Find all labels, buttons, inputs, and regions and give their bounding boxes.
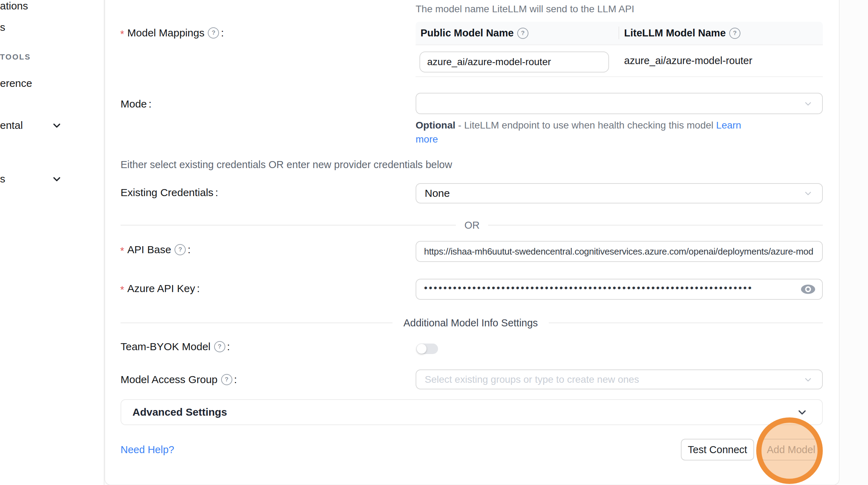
existing-credentials-label: Existing Credentials : [121,187,218,199]
chevron-down-icon [803,99,813,109]
sidebar-item-label: ations [0,0,28,12]
add-model-page: ations s TOOLS erence ental s The model … [0,0,868,485]
sidebar-section-tools: TOOLS [0,53,31,62]
api-base-value: https://ishaa-mh6uutut-swedencentral.cog… [424,246,813,257]
litellm-model-name-value: azure_ai/azure-model-router [624,45,752,76]
sidebar: ations s TOOLS erence ental s [0,0,104,485]
additional-divider-line-right [549,323,823,323]
sidebar-item-label: ental [0,119,23,131]
chevron-down-icon [51,120,62,131]
eye-icon[interactable] [800,284,816,295]
advanced-settings-header[interactable]: Advanced Settings [121,399,823,425]
sidebar-item-label: s [0,21,5,33]
required-asterisk: * [120,28,124,40]
chevron-down-icon [803,188,813,198]
or-divider-text: OR [464,220,480,231]
existing-credentials-value: None [425,187,450,199]
question-circle-icon[interactable]: ? [517,28,528,39]
mode-helper-text: Optional - LiteLLM endpoint to use when … [416,118,763,146]
required-asterisk: * [120,245,124,257]
model-mappings-table: Public Model Name ? LiteLLM Model Name ?… [416,22,823,77]
question-circle-icon[interactable]: ? [221,374,232,385]
model-mappings-label: * Model Mappings ? : [120,27,224,39]
public-model-name-input[interactable] [419,51,609,72]
model-access-group-select[interactable]: Select existing groups or type to create… [416,369,823,389]
team-byok-toggle[interactable] [416,344,438,354]
mode-select[interactable] [416,93,823,114]
question-circle-icon[interactable]: ? [214,341,225,352]
question-circle-icon[interactable]: ? [175,244,186,255]
existing-credentials-select[interactable]: None [416,183,823,203]
team-byok-label: Team-BYOK Model ? : [121,341,230,353]
question-circle-icon[interactable]: ? [729,28,740,39]
sidebar-item-label: s [0,173,5,185]
need-help-link[interactable]: Need Help? [121,444,174,456]
required-asterisk: * [120,284,124,296]
chevron-down-icon [51,173,62,185]
test-connect-button[interactable]: Test Connect [681,439,754,460]
toggle-knob [417,344,426,354]
chevron-down-icon [803,375,813,384]
advanced-settings-title: Advanced Settings [132,406,227,418]
api-base-label: * API Base ? : [120,244,191,256]
or-divider-line-left [121,225,456,226]
mode-label: Mode : [121,98,151,110]
model-access-group-label: Model Access Group ? : [121,374,237,386]
sidebar-item-s2[interactable]: s [0,173,104,185]
sidebar-item-ental[interactable]: ental [0,119,104,131]
sidebar-item-label: erence [0,77,32,89]
column-header-public-model-name: Public Model Name ? [416,27,619,39]
model-name-note: The model name LiteLLM will send to the … [416,4,634,15]
model-access-group-placeholder: Select existing groups or type to create… [425,374,639,385]
azure-api-key-label: * Azure API Key : [120,283,200,295]
chevron-down-icon [796,406,808,418]
sidebar-item-s1[interactable]: s [0,21,104,33]
sidebar-item-erence[interactable]: erence [0,77,104,89]
azure-api-key-input[interactable]: ••••••••••••••••••••••••••••••••••••••••… [416,279,823,300]
credentials-note: Either select existing credentials OR en… [121,159,452,171]
masked-api-key-value: ••••••••••••••••••••••••••••••••••••••••… [424,282,785,293]
sidebar-item-ations[interactable]: ations [0,0,104,12]
column-divider [618,27,619,39]
column-header-litellm-model-name: LiteLLM Model Name ? [619,27,740,39]
additional-divider-line-left [121,323,392,323]
table-row: azure_ai/azure-model-router [416,45,823,77]
question-circle-icon[interactable]: ? [208,27,219,39]
or-divider-line-right [488,225,823,226]
additional-divider-text: Additional Model Info Settings [403,317,538,329]
api-base-input[interactable]: https://ishaa-mh6uutut-swedencentral.cog… [416,241,823,262]
table-header-row: Public Model Name ? LiteLLM Model Name ? [416,22,823,45]
add-model-button[interactable]: Add Model [760,439,822,460]
